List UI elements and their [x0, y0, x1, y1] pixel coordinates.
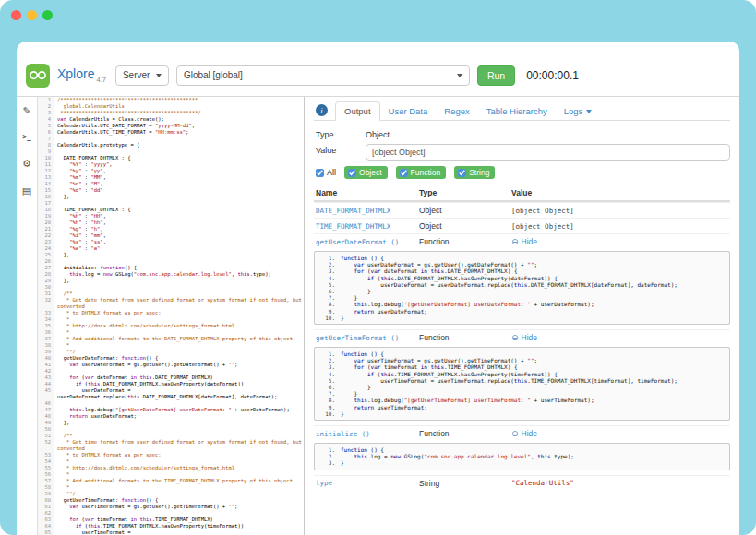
editor-line[interactable]: 53 * to DHTMLX format as per spec:: [38, 452, 304, 458]
editor-line[interactable]: 30: [38, 284, 304, 291]
editor-line[interactable]: 4var CalendarUtils = Class.create();: [38, 116, 304, 123]
editor-line[interactable]: 33 * to DHTMLX format as per spec:: [38, 310, 304, 316]
settings-gear-icon[interactable]: ⚙: [22, 159, 31, 169]
editor-line[interactable]: 60 getUserTimeFormat: function() {: [38, 497, 304, 504]
edit-script-icon[interactable]: ✎: [22, 106, 30, 116]
result-name-link[interactable]: TIME_FORMAT_DHTMLX: [316, 222, 419, 231]
editor-line[interactable]: 37 * Add additional formats to the DATE_…: [38, 336, 304, 342]
editor-line[interactable]: 50: [38, 426, 304, 433]
editor-line[interactable]: 44 if (this.DATE_FORMAT_DHTMLX.hasOwnPro…: [38, 381, 304, 387]
editor-line[interactable]: 10 DATE_FORMAT_DHTMLX : {: [38, 155, 304, 161]
editor-line[interactable]: 12 "%y" : "yy",: [38, 168, 304, 174]
result-name-link[interactable]: initialize (): [316, 430, 419, 438]
tab-user-data[interactable]: User Data: [380, 102, 437, 120]
editor-line[interactable]: 46: [38, 400, 304, 407]
run-button[interactable]: Run: [477, 65, 515, 86]
tab-output[interactable]: Output: [335, 101, 380, 121]
filter-all[interactable]: All: [316, 168, 336, 177]
scope-select[interactable]: Global [global]: [176, 65, 470, 86]
editor-line[interactable]: 9: [38, 149, 304, 155]
editor-line[interactable]: 39 **/: [38, 349, 304, 355]
editor-line[interactable]: 35 * http://docs.dhtmlx.com/scheduler/se…: [38, 323, 304, 329]
editor-line[interactable]: 55 * http://docs.dhtmlx.com/scheduler/se…: [38, 465, 304, 471]
filter-function[interactable]: Function: [396, 166, 447, 179]
editor-line[interactable]: 6CalendarUtils.UTC_TIME_FORMAT = "HH:mm:…: [38, 129, 304, 136]
editor-line[interactable]: 11 "%Y" : "yyyy",: [38, 161, 304, 168]
filter-string[interactable]: String: [454, 166, 495, 179]
maximize-window-icon[interactable]: [42, 10, 53, 20]
filter-string-checkbox[interactable]: [458, 169, 466, 177]
editor-line[interactable]: 18 TIME_FORMAT_DHTMLX : {: [38, 207, 304, 213]
editor-line[interactable]: 34 *: [38, 316, 304, 323]
editor-line[interactable]: 19 "%H" : "HH",: [38, 213, 304, 220]
editor-line[interactable]: 25 },: [38, 252, 304, 258]
filter-object[interactable]: Object: [344, 166, 388, 179]
hide-link[interactable]: Hide: [522, 237, 537, 246]
editor-line[interactable]: 8CalendarUtils.prototype = {: [38, 142, 304, 149]
editor-line[interactable]: 20 "%h" : "hh",: [38, 220, 304, 226]
editor-line[interactable]: 52 * Get time format from user defined f…: [38, 439, 304, 452]
filter-object-checkbox[interactable]: [348, 169, 356, 177]
editor-line[interactable]: 2 global.CalendarUtils: [38, 103, 304, 110]
editor-line[interactable]: 1/**************************************…: [38, 97, 304, 103]
editor-line[interactable]: 43 for (var dateFormat in this.DATE_FORM…: [38, 374, 304, 381]
tab-table-hierarchy[interactable]: Table Hierarchy: [478, 102, 556, 120]
editor-line[interactable]: 17: [38, 200, 304, 207]
editor-line[interactable]: 28 this.log = new GSLog("com.snc.app.cal…: [38, 271, 304, 278]
editor-line[interactable]: 65 userTimeFormat = userTimeFormat.repla…: [38, 529, 304, 535]
editor-line[interactable]: 62: [38, 510, 304, 517]
server-select[interactable]: Server: [115, 65, 169, 86]
editor-line[interactable]: 14 "%n" : "M",: [38, 181, 304, 187]
hide-toggle[interactable]: ⊖Hide: [511, 237, 537, 246]
editor-line[interactable]: 41 var userDateFormat = gs.getUser().get…: [38, 362, 304, 368]
minimize-window-icon[interactable]: [27, 10, 37, 20]
docs-book-icon[interactable]: ▤: [22, 186, 31, 196]
editor-line[interactable]: 48 return userDateFormat;: [38, 413, 304, 420]
editor-line[interactable]: 24 "%a" : "a": [38, 245, 304, 252]
editor-line[interactable]: 40 getUserDateFormat: function() {: [38, 355, 304, 362]
editor-line[interactable]: 15 "%d" : "dd": [38, 187, 304, 194]
tab-regex[interactable]: Regex: [436, 102, 477, 120]
editor-line[interactable]: 45 userDateFormat = userDateFormat.repla…: [38, 387, 304, 400]
editor-line[interactable]: 38 *: [38, 342, 304, 349]
editor-line[interactable]: 5CalendarUtils.UTC_DATE_FORMAT = "yyyy-M…: [38, 123, 304, 129]
editor-line[interactable]: 22 "%i" : "mm",: [38, 232, 304, 239]
editor-line[interactable]: 36 *: [38, 329, 304, 336]
filter-all-checkbox[interactable]: [316, 169, 324, 177]
editor-line[interactable]: 31 /**: [38, 291, 304, 297]
editor-line[interactable]: 27 initialize: function() {: [38, 265, 304, 271]
editor-line[interactable]: 63 for (var timeFormat in this.TIME_FORM…: [38, 517, 304, 523]
result-name-link[interactable]: DATE_FORMAT_DHTMLX: [316, 207, 419, 215]
editor-line[interactable]: 3 **************************************…: [38, 110, 304, 116]
result-name-link[interactable]: getUserDateFormat (): [316, 238, 419, 246]
hide-link[interactable]: Hide: [522, 333, 537, 342]
result-name-link[interactable]: getUserTimeFormat (): [316, 334, 419, 342]
editor-line[interactable]: 58 *: [38, 484, 304, 491]
editor-line[interactable]: 23 "%s" : "ss",: [38, 239, 304, 245]
editor-line[interactable]: 64 if (this.TIME_FORMAT_DHTMLX.hasOwnPro…: [38, 523, 304, 529]
info-icon[interactable]: i: [316, 104, 328, 116]
editor-line[interactable]: 16 },: [38, 194, 304, 200]
editor-line[interactable]: 59 **/: [38, 491, 304, 497]
terminal-icon[interactable]: >_: [22, 134, 31, 141]
editor-line[interactable]: 13 "%m" : "MM",: [38, 174, 304, 181]
editor-line[interactable]: 7: [38, 136, 304, 142]
editor-line[interactable]: 56 *: [38, 471, 304, 478]
editor-line[interactable]: 61 var userTimeFormat = gs.getUser().get…: [38, 504, 304, 510]
editor-line[interactable]: 32 * Get date format from user defined f…: [38, 297, 304, 310]
editor-line[interactable]: 54 *: [38, 458, 304, 465]
editor-line[interactable]: 49 },: [38, 420, 304, 426]
code-editor[interactable]: 1/**************************************…: [37, 97, 305, 535]
close-window-icon[interactable]: [11, 10, 21, 20]
hide-toggle[interactable]: ⊖Hide: [511, 333, 537, 342]
editor-line[interactable]: 57 * Add additional formats to the TIME_…: [38, 478, 304, 484]
editor-line[interactable]: 29 },: [38, 278, 304, 284]
editor-line[interactable]: 42: [38, 368, 304, 374]
hide-link[interactable]: Hide: [522, 429, 537, 438]
editor-line[interactable]: 21 "%g" : "h",: [38, 226, 304, 232]
filter-function-checkbox[interactable]: [400, 169, 408, 177]
hide-toggle[interactable]: ⊖Hide: [511, 429, 537, 438]
editor-line[interactable]: 47 this.log.debug("[getUserDateFormat] u…: [38, 407, 304, 413]
editor-line[interactable]: 51 /**: [38, 433, 304, 439]
editor-line[interactable]: 26: [38, 258, 304, 265]
